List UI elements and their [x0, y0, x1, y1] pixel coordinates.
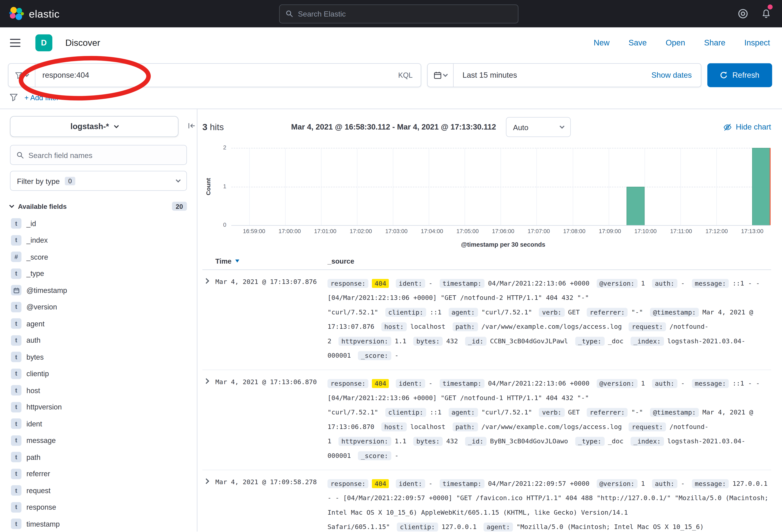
field-badge: httpversion: [339, 436, 391, 446]
field-badge: @version: [596, 379, 637, 388]
x-gridline [501, 148, 501, 225]
string-field-icon: t [11, 369, 22, 379]
field-item-response[interactable]: tresponse [10, 499, 187, 516]
index-pattern-switcher[interactable]: logstash-* [10, 116, 178, 137]
field-search[interactable] [10, 145, 187, 165]
calendar-field-icon [11, 285, 22, 296]
field-item-@timestamp[interactable]: @timestamp [10, 282, 187, 299]
query-input[interactable] [35, 71, 390, 80]
expand-row-button[interactable] [202, 476, 215, 483]
refresh-button[interactable]: Refresh [707, 63, 772, 87]
field-item-timestamp[interactable]: ttimestamp [10, 516, 187, 532]
add-filter-button[interactable]: + Add filter [25, 93, 59, 102]
share-button[interactable]: Share [704, 38, 725, 47]
x-tick-label: 17:09:00 [599, 228, 621, 234]
field-badge: response: [328, 279, 369, 288]
field-item-ident[interactable]: tident [10, 415, 187, 432]
hide-chart-button[interactable]: Hide chart [723, 122, 771, 131]
field-name: auth [27, 336, 41, 344]
y-axis-title: Count [202, 148, 214, 225]
field-badge: clientip: [397, 522, 438, 531]
expand-row-button[interactable] [202, 376, 215, 383]
save-button[interactable]: Save [629, 38, 647, 47]
filter-funnel-icon[interactable] [9, 93, 18, 102]
field-value: "curl/7.52.1" [481, 308, 532, 316]
string-field-icon: t [11, 302, 22, 312]
highlighted-value: 404 [372, 479, 389, 488]
field-item-_type[interactable]: t_type [10, 265, 187, 282]
collapse-sidebar-icon[interactable] [188, 122, 196, 131]
field-badge: @timestamp: [650, 408, 699, 417]
field-name: path [27, 453, 41, 461]
query-input-group: KQL [8, 63, 421, 87]
global-search[interactable] [279, 4, 518, 23]
field-item-agent[interactable]: tagent [10, 315, 187, 332]
time-column-header[interactable]: Time [215, 257, 328, 265]
doc-table: Time _source Mar 4, 2021 @ 17:13:07.876r… [202, 257, 771, 532]
calendar-button[interactable] [427, 64, 453, 87]
field-item-_score[interactable]: #_score [10, 249, 187, 265]
interval-select[interactable]: Auto [506, 117, 571, 137]
highlighted-value: 404 [372, 279, 389, 288]
new-button[interactable]: New [594, 38, 609, 47]
show-dates-button[interactable]: Show dates [651, 71, 701, 80]
calendar-icon [433, 71, 441, 79]
x-tick-label: 17:04:00 [421, 228, 443, 234]
field-item-host[interactable]: thost [10, 382, 187, 399]
field-name: @timestamp [27, 286, 67, 294]
open-button[interactable]: Open [666, 38, 685, 47]
field-item-referrer[interactable]: treferrer [10, 465, 187, 482]
available-fields-accordion[interactable]: Available fields 20 [10, 202, 187, 211]
field-badge: host: [381, 322, 407, 331]
time-range-value[interactable]: Last 15 minutes [453, 71, 651, 80]
saved-query-menu-button[interactable] [8, 64, 35, 87]
query-bar: KQL Last 15 minutes Show dates [0, 59, 782, 91]
inspect-button[interactable]: Inspect [744, 38, 770, 47]
string-field-icon: t [11, 402, 22, 412]
query-language-button[interactable]: KQL [390, 71, 421, 79]
chevron-down-icon [9, 203, 14, 208]
field-value: CCBN_3cB04dGovJLPawl [490, 337, 568, 345]
refresh-icon [720, 71, 728, 79]
field-item-bytes[interactable]: tbytes [10, 349, 187, 366]
menu-hamburger-icon[interactable] [10, 39, 21, 47]
field-item-_id[interactable]: t_id [10, 215, 187, 232]
string-field-icon: t [11, 385, 22, 396]
time-column-label: Time [215, 257, 232, 265]
expand-row-button[interactable] [202, 276, 215, 283]
field-search-input[interactable] [29, 151, 181, 159]
header-icons [738, 8, 771, 19]
field-item-auth[interactable]: tauth [10, 332, 187, 349]
elastic-home-link[interactable]: elastic [9, 6, 60, 21]
date-picker: Last 15 minutes Show dates [427, 63, 701, 87]
field-value: _doc [608, 337, 624, 345]
field-item-request[interactable]: trequest [10, 482, 187, 499]
chevron-down-icon [560, 124, 565, 129]
discover-app-badge[interactable]: D [35, 35, 52, 51]
field-item-path[interactable]: tpath [10, 449, 187, 466]
time-range-display: Mar 4, 2021 @ 16:58:30.112 - Mar 4, 2021… [291, 122, 496, 131]
field-value: 1 [641, 279, 645, 287]
field-item-httpversion[interactable]: thttpversion [10, 399, 187, 415]
field-item-message[interactable]: tmessage [10, 432, 187, 449]
field-value: "-" [631, 409, 643, 416]
alerts-bell-icon[interactable] [761, 9, 771, 19]
y-tick-label: 1 [223, 183, 226, 189]
help-icon[interactable] [738, 8, 748, 19]
field-item-clientip[interactable]: tclientip [10, 366, 187, 382]
field-name: timestamp [27, 520, 60, 528]
time-end-marker [770, 148, 771, 225]
x-gridline [608, 148, 609, 225]
string-field-icon: t [11, 268, 22, 279]
histogram-bar[interactable] [752, 148, 770, 225]
available-fields-label: Available fields [18, 202, 67, 210]
histogram-bar[interactable] [626, 187, 644, 225]
field-name: _index [27, 236, 48, 244]
chevron-right-icon [204, 479, 209, 484]
global-search-input[interactable] [298, 9, 512, 18]
x-gridline [716, 148, 717, 225]
field-item-@version[interactable]: t@version [10, 299, 187, 315]
filter-by-type-dropdown[interactable]: Filter by type 0 [10, 171, 187, 191]
field-item-_index[interactable]: t_index [10, 232, 187, 249]
field-value: ::1 [430, 409, 442, 416]
